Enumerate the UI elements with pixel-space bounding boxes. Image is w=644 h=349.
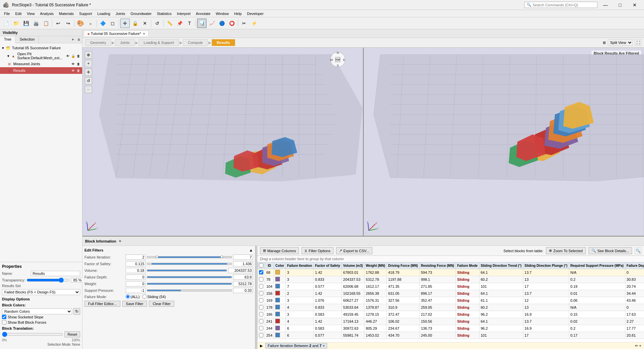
th-fos[interactable]: Factor of Safety — [314, 262, 342, 269]
translation-slider[interactable] — [2, 332, 63, 337]
show-bolt-forces-checkbox[interactable] — [2, 320, 6, 324]
menu-support[interactable]: Support — [76, 11, 95, 16]
row-checkbox[interactable] — [259, 270, 263, 274]
tb-3d[interactable]: ◻ — [108, 19, 117, 28]
tb-misc2[interactable]: ⚡ — [249, 19, 259, 28]
filter-sp-max[interactable] — [233, 288, 253, 293]
th-rf[interactable]: Resisting Force (MN) — [419, 262, 455, 269]
tb-x[interactable]: ✕ — [140, 19, 150, 28]
table-scroll[interactable]: ID Color Failure Iteration Factor of Saf… — [257, 262, 644, 342]
row-checkbox[interactable] — [259, 277, 263, 281]
tb-new[interactable]: 📄 — [1, 19, 11, 28]
show-socketed-slope-checkbox[interactable] — [2, 315, 6, 319]
table-row[interactable]: 104 7 0.577 62006.68 1612.17 471.35 271.… — [258, 283, 644, 290]
rotate-button[interactable]: ↺ — [85, 77, 92, 85]
row-checkbox[interactable] — [259, 326, 263, 330]
th-vol[interactable]: Volume (m3) — [342, 262, 364, 269]
menu-edit[interactable]: Edit — [13, 11, 24, 16]
filter-fos-min[interactable] — [126, 261, 146, 266]
table-row[interactable]: 78 3 0.833 204337.53 5312.78 1197.88 998… — [258, 276, 644, 283]
tree-mesh-lock[interactable]: 🔒 — [71, 54, 75, 58]
tb-select[interactable]: ⬦ — [86, 19, 95, 28]
filter-fos-max[interactable] — [233, 261, 253, 266]
filter-status-expand[interactable]: ▶ — [260, 344, 263, 348]
th-wt[interactable]: Weight (MN) — [364, 262, 387, 269]
doc-tab-close[interactable]: × — [143, 32, 145, 36]
menu-joints[interactable]: Joints — [113, 11, 128, 16]
filter-depth-max[interactable] — [233, 274, 253, 280]
filter-collapse-button[interactable]: ▲ — [249, 248, 253, 253]
row-checkbox[interactable] — [259, 333, 263, 337]
table-row[interactable]: 156 2 1.42 102168.55 2656.38 631.05 896.… — [258, 290, 644, 297]
filter-fos-slider[interactable] — [147, 263, 232, 265]
search-input[interactable] — [533, 3, 589, 7]
maximize-button[interactable]: □ — [613, 0, 627, 10]
menu-statistics[interactable]: Statistics — [154, 11, 174, 16]
row-checkbox[interactable] — [259, 319, 263, 323]
filter-vol-max[interactable] — [228, 268, 253, 273]
full-filter-editor-button[interactable]: Full Filter Editor... — [84, 301, 120, 307]
table-row[interactable]: 178 4 0.833 53033.64 1378.87 310.9 259.0… — [258, 304, 644, 311]
table-row[interactable]: 254 6 0.577 55981.74 1453.02 434.70 245.… — [258, 332, 644, 339]
th-fd[interactable]: Failure Depth (m) — [625, 262, 644, 269]
th-sdt[interactable]: Sliding Direction Trend (°) — [479, 262, 523, 269]
tab-loading-support[interactable]: Loading & Support — [139, 39, 179, 46]
tb-lock[interactable]: 🔒 — [130, 19, 140, 28]
refresh-colors-button[interactable]: ↻ — [73, 308, 80, 315]
th-fm[interactable]: Failure Mode — [455, 262, 479, 269]
maximize-viewport-button[interactable]: ⛶ — [635, 39, 641, 46]
tab-tree[interactable]: Tree — [0, 36, 16, 43]
menu-interpret[interactable]: Interpret — [174, 11, 193, 16]
menu-analysis[interactable]: Analysis — [37, 11, 56, 16]
reset-translation-button[interactable]: Reset — [64, 331, 80, 337]
doc-tab-main[interactable]: ■ Tutorial 05 Successive Failure* × — [84, 31, 149, 36]
tree-mesh-eye[interactable]: 👁 — [65, 54, 70, 58]
table-row[interactable]: 186 3 0.583 49159.45 1278.15 372.47 217.… — [258, 311, 644, 318]
tb-redo[interactable]: ↪ — [64, 19, 73, 28]
tree-results-eye[interactable]: 👁 — [71, 68, 75, 73]
filter-fm-all-radio[interactable] — [126, 294, 130, 299]
tab-geometry[interactable]: Geometry — [85, 39, 111, 46]
row-checkbox[interactable] — [259, 291, 263, 295]
tree-joints[interactable]: ⊞ Measured Joints 👁 🗑 — [0, 61, 82, 67]
tree-results[interactable]: ⊞ Results 👁 🗑 — [0, 67, 82, 74]
filter-weight-min[interactable] — [126, 281, 146, 286]
results-set-select[interactable]: Failed Blocks (FS < Design FS) — [2, 289, 80, 295]
table-row[interactable]: 68 3 1.42 67803.01 1762.88 418.79 594.73… — [258, 269, 644, 276]
filter-fm-sliding-radio[interactable] — [142, 294, 147, 299]
menu-help[interactable]: Help — [231, 11, 244, 16]
filter-fi-slider[interactable] — [147, 256, 232, 258]
tree-results-del[interactable]: 🗑 — [76, 68, 81, 73]
tb-rotate[interactable]: ↺ — [153, 19, 162, 28]
menu-developer[interactable]: Developer — [244, 11, 266, 16]
transparency-value[interactable] — [71, 278, 84, 282]
menu-groundwater[interactable]: Groundwater — [128, 11, 154, 16]
visibility-action-2[interactable]: ≡ — [76, 37, 81, 42]
row-checkbox[interactable] — [259, 305, 263, 309]
tb-shapes[interactable]: 🔷 — [98, 19, 107, 28]
tb-move[interactable]: ✛ — [120, 19, 130, 28]
tab-selection[interactable]: Selection — [16, 36, 39, 43]
filter-fi-max[interactable] — [233, 255, 253, 260]
more-button[interactable]: ⋯ — [85, 86, 92, 93]
tab-joints[interactable]: Joints — [115, 39, 135, 46]
tb-color[interactable]: 🎨 — [76, 19, 85, 28]
menu-view[interactable]: View — [24, 11, 38, 16]
tab-results[interactable]: Results — [212, 39, 235, 46]
tree-project[interactable]: ▼ 🗂️ Tutorial 05 Successive Failure — [0, 45, 82, 51]
th-id[interactable]: ID — [265, 262, 274, 269]
tb-export[interactable]: 📋 — [41, 19, 51, 28]
tb-open[interactable]: 📁 — [11, 19, 21, 28]
filter-sp-slider[interactable] — [147, 289, 232, 291]
menu-loading[interactable]: Loading — [94, 11, 113, 16]
tb-undo[interactable]: ↩ — [54, 19, 63, 28]
filter-depth-min[interactable] — [126, 274, 146, 280]
transparency-slider[interactable] — [27, 277, 69, 283]
row-checkbox[interactable] — [259, 298, 263, 302]
tb-measure[interactable]: 📏 — [165, 19, 174, 28]
split-view-select[interactable]: Split View — [608, 39, 633, 46]
table-row[interactable]: 244 6 0.583 30972.63 805.29 234.67 136.7… — [258, 325, 644, 332]
th-sdp[interactable]: Sliding Direction Plunge (°) — [523, 262, 569, 269]
manage-columns-button[interactable]: ⊞ Manage Columns — [260, 247, 299, 254]
zoom-fit-button[interactable]: ⊕ — [85, 51, 92, 59]
